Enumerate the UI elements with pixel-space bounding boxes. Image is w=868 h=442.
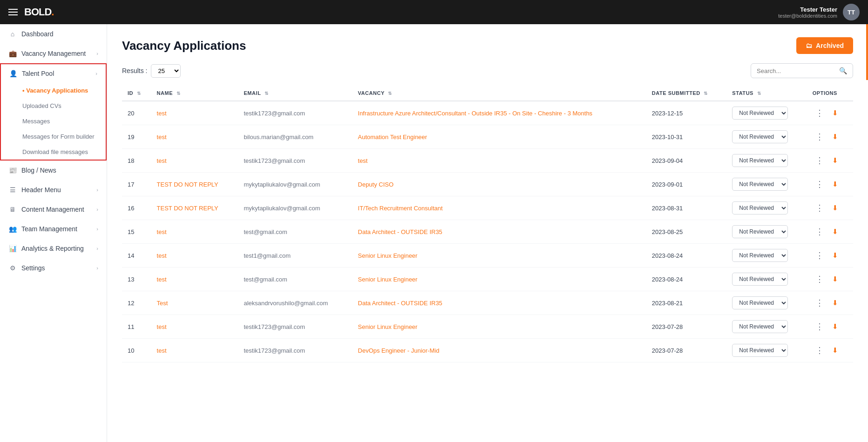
name-link[interactable]: Test bbox=[157, 300, 168, 307]
options-dots-button[interactable]: ⋮ bbox=[813, 227, 827, 237]
sort-icon-name[interactable]: ⇅ bbox=[176, 91, 181, 96]
options-dots-button[interactable]: ⋮ bbox=[813, 203, 827, 213]
name-link[interactable]: TEST DO NOT REPLY bbox=[157, 205, 218, 212]
sidebar-subitem-download-file-messages[interactable]: Download file messages bbox=[1, 144, 106, 160]
vacancy-link[interactable]: Senior Linux Engineer bbox=[358, 323, 418, 330]
col-vacancy: VACANCY ⇅ bbox=[353, 86, 646, 101]
vacancy-link[interactable]: test bbox=[358, 157, 368, 164]
vacancy-link[interactable]: IT/Tech Recruitment Consultant bbox=[358, 205, 443, 212]
col-options: OPTIONS bbox=[807, 86, 853, 101]
name-link[interactable]: test bbox=[157, 347, 167, 354]
page-header: Vacancy Applications 🗂 Archived bbox=[122, 37, 853, 54]
user-email: tester@boldidentities.com bbox=[778, 13, 837, 19]
vacancy-link[interactable]: Data Architect - OUTSIDE IR35 bbox=[358, 300, 442, 307]
name-link[interactable]: test bbox=[157, 134, 167, 141]
sidebar-item-vacancy-management[interactable]: 💼 Vacancy Management › bbox=[0, 44, 107, 63]
options-dots-button[interactable]: ⋮ bbox=[813, 108, 827, 118]
cell-vacancy: Senior Linux Engineer bbox=[353, 268, 646, 291]
status-select[interactable]: Not Reviewed Reviewed Shortlisted Reject… bbox=[732, 130, 788, 143]
status-select[interactable]: Not Reviewed Reviewed Shortlisted Reject… bbox=[732, 344, 788, 357]
download-button[interactable]: ⬇ bbox=[830, 203, 840, 213]
sort-icon-email[interactable]: ⇅ bbox=[264, 91, 269, 96]
avatar[interactable]: TT bbox=[843, 4, 860, 20]
cell-options: ⋮ ⬇ bbox=[807, 268, 853, 291]
status-select[interactable]: Not Reviewed Reviewed Shortlisted Reject… bbox=[732, 320, 788, 333]
options-dots-button[interactable]: ⋮ bbox=[813, 274, 827, 284]
results-per-page-select[interactable]: 25 50 100 bbox=[151, 64, 181, 78]
vacancy-link[interactable]: Infrastructure Azure Architect/Consultan… bbox=[358, 110, 593, 117]
name-link[interactable]: TEST DO NOT REPLY bbox=[157, 181, 218, 188]
status-select[interactable]: Not Reviewed Reviewed Shortlisted Reject… bbox=[732, 178, 788, 191]
download-button[interactable]: ⬇ bbox=[830, 345, 840, 355]
cell-id: 16 bbox=[122, 196, 151, 220]
vacancy-link[interactable]: Senior Linux Engineer bbox=[358, 252, 418, 259]
name-link[interactable]: test bbox=[157, 252, 167, 259]
cell-date: 2023-08-24 bbox=[646, 268, 727, 291]
name-link[interactable]: test bbox=[157, 110, 167, 117]
status-select[interactable]: Not Reviewed Reviewed Shortlisted Reject… bbox=[732, 273, 788, 286]
status-select[interactable]: Not Reviewed Reviewed Shortlisted Reject… bbox=[732, 249, 788, 262]
sidebar-subitem-vacancy-applications[interactable]: • Vacancy Applications bbox=[1, 83, 106, 98]
cell-id: 18 bbox=[122, 149, 151, 173]
status-select[interactable]: Not Reviewed Reviewed Shortlisted Reject… bbox=[732, 154, 788, 167]
name-link[interactable]: test bbox=[157, 157, 167, 164]
sort-icon-status[interactable]: ⇅ bbox=[757, 91, 761, 96]
download-button[interactable]: ⬇ bbox=[830, 227, 840, 237]
sidebar-item-dashboard[interactable]: ⌂ Dashboard bbox=[0, 24, 107, 44]
status-select[interactable]: Not Reviewed Reviewed Shortlisted Reject… bbox=[732, 296, 788, 309]
options-dots-button[interactable]: ⋮ bbox=[813, 155, 827, 166]
sidebar-item-blog-news[interactable]: 📰 Blog / News bbox=[0, 161, 107, 180]
vacancy-link[interactable]: DevOps Engineer - Junior-Mid bbox=[358, 347, 440, 354]
vacancy-link[interactable]: Data Architect - OUTSIDE IR35 bbox=[358, 228, 442, 235]
sort-icon-vacancy[interactable]: ⇅ bbox=[388, 91, 392, 96]
sidebar-item-header-menu[interactable]: ☰ Header Menu › bbox=[0, 180, 107, 200]
archived-button[interactable]: 🗂 Archived bbox=[796, 37, 853, 54]
cell-status: Not Reviewed Reviewed Shortlisted Reject… bbox=[726, 268, 807, 291]
status-select[interactable]: Not Reviewed Reviewed Shortlisted Reject… bbox=[732, 107, 788, 120]
download-button[interactable]: ⬇ bbox=[830, 155, 840, 166]
options-dots-button[interactable]: ⋮ bbox=[813, 132, 827, 142]
options-dots-button[interactable]: ⋮ bbox=[813, 321, 827, 332]
sidebar-item-talent-pool[interactable]: 👤 Talent Pool › bbox=[1, 64, 106, 83]
vacancy-link[interactable]: Senior Linux Engineer bbox=[358, 276, 418, 283]
chevron-right-settings-icon: › bbox=[96, 265, 98, 271]
options-dots-button[interactable]: ⋮ bbox=[813, 298, 827, 308]
download-button[interactable]: ⬇ bbox=[830, 132, 840, 142]
sidebar-subitem-uploaded-cvs[interactable]: Uploaded CVs bbox=[1, 98, 106, 114]
cell-email: aleksandrvorushilo@gmail.com bbox=[238, 291, 352, 315]
hamburger-menu[interactable] bbox=[8, 9, 18, 15]
download-button[interactable]: ⬇ bbox=[830, 321, 840, 332]
cell-vacancy: Data Architect - OUTSIDE IR35 bbox=[353, 220, 646, 244]
cell-email: testik1723@gmail.com bbox=[238, 101, 352, 125]
download-button[interactable]: ⬇ bbox=[830, 274, 840, 284]
name-link[interactable]: test bbox=[157, 323, 167, 330]
sidebar-item-content-management[interactable]: 🖥 Content Management › bbox=[0, 200, 107, 219]
cell-id: 15 bbox=[122, 220, 151, 244]
options-dots-button[interactable]: ⋮ bbox=[813, 179, 827, 189]
options-dots-button[interactable]: ⋮ bbox=[813, 345, 827, 355]
download-button[interactable]: ⬇ bbox=[830, 108, 840, 118]
vacancy-link[interactable]: Deputy CISO bbox=[358, 181, 394, 188]
sidebar-subitem-messages[interactable]: Messages bbox=[1, 114, 106, 129]
download-button[interactable]: ⬇ bbox=[830, 179, 840, 189]
cell-email: test@gmail.com bbox=[238, 220, 352, 244]
status-select[interactable]: Not Reviewed Reviewed Shortlisted Reject… bbox=[732, 201, 788, 214]
sidebar-item-settings[interactable]: ⚙ Settings › bbox=[0, 258, 107, 278]
name-link[interactable]: test bbox=[157, 276, 167, 283]
name-link[interactable]: test bbox=[157, 228, 167, 235]
cell-status: Not Reviewed Reviewed Shortlisted Reject… bbox=[726, 315, 807, 339]
status-select[interactable]: Not Reviewed Reviewed Shortlisted Reject… bbox=[732, 225, 788, 238]
sort-icon-id[interactable]: ⇅ bbox=[137, 91, 141, 96]
cell-name: test bbox=[151, 315, 238, 339]
download-button[interactable]: ⬇ bbox=[830, 298, 840, 308]
download-button[interactable]: ⬇ bbox=[830, 250, 840, 261]
cell-date: 2023-08-24 bbox=[646, 244, 727, 268]
sort-icon-date[interactable]: ⇅ bbox=[704, 91, 708, 96]
search-input[interactable] bbox=[757, 67, 836, 74]
sidebar-item-team-management[interactable]: 👥 Team Management › bbox=[0, 219, 107, 239]
sidebar-subitem-messages-form-builder[interactable]: Messages for Form builder bbox=[1, 129, 106, 144]
cell-options: ⋮ ⬇ bbox=[807, 244, 853, 268]
vacancy-link[interactable]: Automation Test Engineer bbox=[358, 134, 427, 141]
options-dots-button[interactable]: ⋮ bbox=[813, 250, 827, 261]
sidebar-item-analytics-reporting[interactable]: 📊 Analytics & Reporting › bbox=[0, 239, 107, 258]
